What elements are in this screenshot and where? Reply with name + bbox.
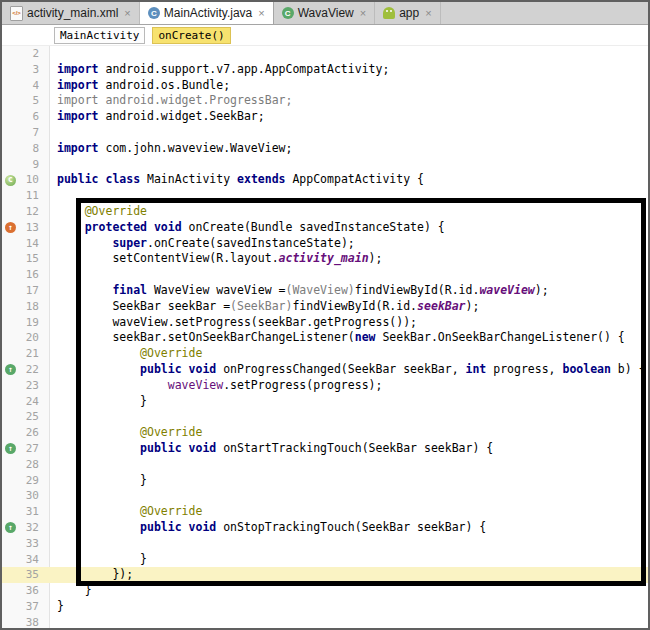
code-text: public void onStopTrackingTouch(SeekBar … bbox=[49, 520, 486, 536]
line-number[interactable]: 2 bbox=[19, 46, 39, 62]
code-line[interactable]: 15 setContentView(R.layout.activity_main… bbox=[2, 251, 648, 267]
override-method-icon[interactable]: ↑ bbox=[5, 222, 16, 233]
line-number[interactable]: 33 bbox=[19, 536, 39, 552]
line-number[interactable]: 10 bbox=[19, 172, 39, 188]
line-number[interactable]: 29 bbox=[19, 473, 39, 489]
code-line[interactable]: ↑32 public void onStopTrackingTouch(Seek… bbox=[2, 520, 648, 536]
code-line[interactable]: 38 bbox=[2, 615, 648, 628]
code-line[interactable]: 12 @Override bbox=[2, 204, 648, 220]
code-line[interactable]: ↑13 protected void onCreate(Bundle saved… bbox=[2, 220, 648, 236]
code-line[interactable]: 7 bbox=[2, 125, 648, 141]
fold-area bbox=[39, 615, 49, 628]
line-number[interactable]: 28 bbox=[19, 457, 39, 473]
breadcrumb-item-oncreate-[interactable]: onCreate() bbox=[152, 27, 230, 44]
code-line[interactable]: 23 waveView.setProgress(progress); bbox=[2, 378, 648, 394]
implement-method-icon[interactable]: ↑ bbox=[5, 364, 16, 375]
line-number[interactable]: 36 bbox=[19, 583, 39, 599]
code-line[interactable]: 11 bbox=[2, 188, 648, 204]
line-number[interactable]: 32 bbox=[19, 520, 39, 536]
breadcrumb-item-mainactivity[interactable]: MainActivity bbox=[54, 27, 145, 44]
code-line[interactable]: 35 }); bbox=[2, 567, 648, 583]
tab-mainactivity-java[interactable]: CMainActivity.java× bbox=[140, 2, 274, 24]
line-number[interactable]: 8 bbox=[19, 141, 39, 157]
line-number[interactable]: 16 bbox=[19, 267, 39, 283]
line-number[interactable]: 24 bbox=[19, 394, 39, 410]
line-number[interactable]: 19 bbox=[19, 315, 39, 331]
code-line[interactable]: 26 @Override bbox=[2, 425, 648, 441]
fold-area bbox=[39, 488, 49, 504]
editor[interactable]: 23import android.support.v7.app.AppCompa… bbox=[2, 46, 648, 628]
line-number[interactable]: 6 bbox=[19, 109, 39, 125]
tab-close-icon[interactable]: × bbox=[360, 8, 366, 19]
code-line[interactable]: 3import android.support.v7.app.AppCompat… bbox=[2, 62, 648, 78]
code-text bbox=[49, 188, 57, 204]
fold-area bbox=[39, 425, 49, 441]
code-token: waveView bbox=[57, 378, 223, 392]
line-number[interactable]: 23 bbox=[19, 378, 39, 394]
line-number[interactable]: 15 bbox=[19, 251, 39, 267]
line-number[interactable]: 12 bbox=[19, 204, 39, 220]
code-line[interactable]: 14 super.onCreate(savedInstanceState); bbox=[2, 236, 648, 252]
line-number[interactable]: 5 bbox=[19, 93, 39, 109]
tab-close-icon[interactable]: × bbox=[258, 8, 264, 19]
line-number[interactable]: 4 bbox=[19, 78, 39, 94]
code-line[interactable]: 21 @Override bbox=[2, 346, 648, 362]
tab-wavaview[interactable]: CWavaView× bbox=[274, 2, 375, 24]
line-number[interactable]: 31 bbox=[19, 504, 39, 520]
code-line[interactable]: ↑27 public void onStartTrackingTouch(See… bbox=[2, 441, 648, 457]
line-number[interactable]: 22 bbox=[19, 362, 39, 378]
code-line[interactable]: ↑22 public void onProgressChanged(SeekBa… bbox=[2, 362, 648, 378]
line-number[interactable]: 13 bbox=[19, 220, 39, 236]
tab-close-icon[interactable]: × bbox=[425, 8, 431, 19]
code-line[interactable]: 28 bbox=[2, 457, 648, 473]
tab-app[interactable]: app× bbox=[375, 2, 440, 24]
tab-activity-main-xml[interactable]: </>activity_main.xml× bbox=[2, 2, 140, 24]
line-number[interactable]: 17 bbox=[19, 283, 39, 299]
code-token: waveView bbox=[479, 283, 534, 297]
class-icon[interactable]: c bbox=[5, 175, 16, 186]
code-line[interactable]: 6import android.widget.SeekBar; bbox=[2, 109, 648, 125]
line-number[interactable]: 14 bbox=[19, 236, 39, 252]
code-line[interactable]: 4import android.os.Bundle; bbox=[2, 78, 648, 94]
line-number[interactable]: 20 bbox=[19, 330, 39, 346]
code-line[interactable]: 30 bbox=[2, 488, 648, 504]
gutter-icon-cell bbox=[2, 46, 19, 62]
code-line[interactable]: 29 } bbox=[2, 473, 648, 489]
line-number[interactable]: 30 bbox=[19, 488, 39, 504]
implement-method-icon[interactable]: ↑ bbox=[5, 522, 16, 533]
line-number[interactable]: 21 bbox=[19, 346, 39, 362]
code-line[interactable]: 17 final WaveView waveView =(WaveView)fi… bbox=[2, 283, 648, 299]
line-number[interactable]: 37 bbox=[19, 599, 39, 615]
code-text: protected void onCreate(Bundle savedInst… bbox=[49, 220, 445, 236]
line-number[interactable]: 7 bbox=[19, 125, 39, 141]
code-line[interactable]: 2 bbox=[2, 46, 648, 62]
line-number[interactable]: 34 bbox=[19, 552, 39, 568]
code-line[interactable]: 9 bbox=[2, 157, 648, 173]
code-line[interactable]: 5import android.widget.ProgressBar; bbox=[2, 93, 648, 109]
code-line[interactable]: 24 } bbox=[2, 394, 648, 410]
line-number[interactable]: 27 bbox=[19, 441, 39, 457]
line-number[interactable]: 11 bbox=[19, 188, 39, 204]
code-line[interactable]: 31 @Override bbox=[2, 504, 648, 520]
code-line[interactable]: 33 bbox=[2, 536, 648, 552]
implement-method-icon[interactable]: ↑ bbox=[5, 443, 16, 454]
line-number[interactable]: 18 bbox=[19, 299, 39, 315]
code-line[interactable]: 25 bbox=[2, 409, 648, 425]
code-line[interactable]: 8import com.john.waveview.WaveView; bbox=[2, 141, 648, 157]
line-number[interactable]: 3 bbox=[19, 62, 39, 78]
line-number[interactable]: 9 bbox=[19, 157, 39, 173]
code-line[interactable]: 36 } bbox=[2, 583, 648, 599]
code-line[interactable]: c10public class MainActivity extends App… bbox=[2, 172, 648, 188]
code-line[interactable]: 19 waveView.setProgress(seekBar.getProgr… bbox=[2, 315, 648, 331]
tab-close-icon[interactable]: × bbox=[124, 8, 130, 19]
line-number[interactable]: 35 bbox=[19, 567, 39, 583]
code-line[interactable]: 18 SeekBar seekBar =(SeekBar)findViewByI… bbox=[2, 299, 648, 315]
code-text: } bbox=[49, 552, 147, 568]
code-line[interactable]: 20 seekBar.setOnSeekBarChangeListener(ne… bbox=[2, 330, 648, 346]
line-number[interactable]: 26 bbox=[19, 425, 39, 441]
code-line[interactable]: 37} bbox=[2, 599, 648, 615]
code-line[interactable]: 34 } bbox=[2, 552, 648, 568]
code-line[interactable]: 16 bbox=[2, 267, 648, 283]
line-number[interactable]: 25 bbox=[19, 409, 39, 425]
line-number[interactable]: 38 bbox=[19, 615, 39, 628]
